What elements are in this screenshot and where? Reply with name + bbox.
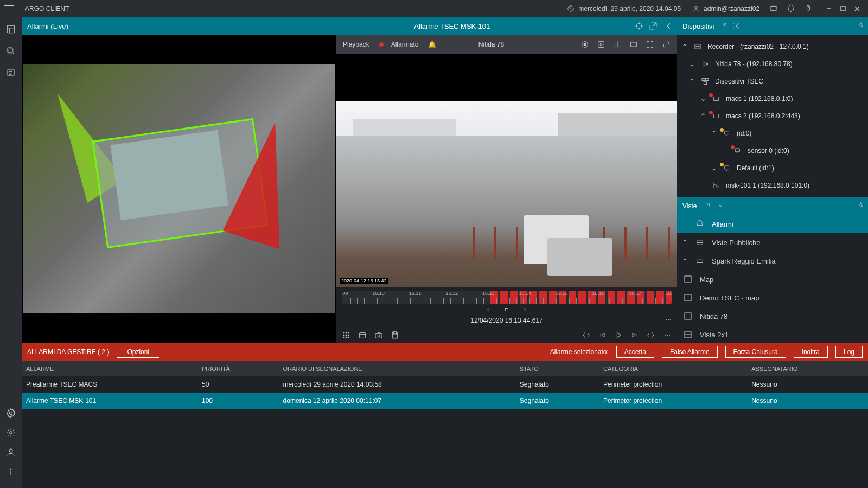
rail-settings-filled-icon[interactable] bbox=[5, 408, 16, 419]
tree-msk101[interactable]: ·msk-101 1 (192.168.0.101:0) bbox=[677, 177, 868, 194]
views-pin-icon[interactable] bbox=[857, 202, 865, 211]
rail-user-icon[interactable] bbox=[5, 447, 16, 458]
svg-point-27 bbox=[346, 337, 347, 338]
rail-info-icon[interactable] bbox=[5, 466, 16, 477]
alarm-detail-title: Allarme TSEC MSK-101 bbox=[414, 22, 490, 30]
skip-back-icon[interactable] bbox=[598, 331, 607, 339]
tree-macs1[interactable]: ⌄macs 1 (192.168.0.1:0) bbox=[677, 90, 868, 107]
view-demo[interactable]: Demo TSEC - map bbox=[677, 288, 868, 307]
svg-rect-35 bbox=[703, 63, 707, 65]
tree-recorder[interactable]: ⌃Recorder - (rzanazzi02 - 127.0.0.1) bbox=[677, 38, 868, 55]
levels-icon[interactable] bbox=[613, 40, 622, 49]
clock-icon bbox=[566, 4, 575, 13]
step-fwd-icon[interactable] bbox=[521, 306, 529, 313]
view-nitida[interactable]: Nitida 78 bbox=[677, 307, 868, 325]
log-button[interactable]: Log bbox=[835, 346, 863, 358]
cell-assignee: Nessuno bbox=[747, 376, 868, 393]
cell-assignee: Nessuno bbox=[747, 393, 868, 409]
views-close-icon[interactable] bbox=[716, 202, 725, 210]
bell-left-icon[interactable] bbox=[582, 331, 590, 339]
svg-rect-2 bbox=[770, 6, 777, 10]
maximize-button[interactable] bbox=[837, 2, 850, 15]
tile1-icon bbox=[681, 311, 694, 321]
more2-icon[interactable]: ⋯ bbox=[663, 331, 672, 339]
record-icon[interactable] bbox=[580, 40, 589, 49]
options-button[interactable]: Opzioni bbox=[117, 346, 159, 358]
force-close-button[interactable]: Forza Chiusura bbox=[725, 346, 786, 358]
cell-category: Perimeter protection bbox=[599, 376, 747, 393]
views-title: Viste bbox=[682, 202, 697, 210]
table-row[interactable]: Allarme TSEC MSK-101100domenica 12 april… bbox=[22, 393, 868, 409]
mouse-icon[interactable] bbox=[804, 4, 813, 13]
false-alarm-button[interactable]: Falso Allarme bbox=[662, 346, 718, 358]
bell-right-icon[interactable] bbox=[647, 331, 655, 339]
view-spark[interactable]: ⌃ Spark Reggio Emilia bbox=[677, 252, 868, 270]
play-icon[interactable] bbox=[614, 331, 623, 339]
tick-label: 16.16 bbox=[592, 291, 605, 296]
tick-label: 16.17 bbox=[629, 291, 641, 296]
datetime-display: mercoledì, 29 aprile, 2020 14.04.05 bbox=[566, 4, 681, 13]
tick-label: 16.15 bbox=[556, 291, 568, 296]
site-map bbox=[23, 64, 335, 313]
view-2x1[interactable]: Vista 2x1 bbox=[677, 325, 868, 343]
aspect-icon[interactable] bbox=[629, 40, 638, 49]
close-button[interactable] bbox=[851, 2, 864, 15]
col-alarm[interactable]: ALLARME bbox=[22, 361, 197, 376]
popout-icon[interactable] bbox=[649, 22, 658, 30]
tree-macs2[interactable]: ⌃macs 2 (192.168.0.2:443) bbox=[677, 107, 868, 125]
close-icon[interactable] bbox=[663, 22, 672, 30]
devices-close-icon[interactable] bbox=[732, 22, 741, 30]
cell-time: mercoledì 29 aprile 2020 14:03:58 bbox=[279, 376, 515, 393]
svg-point-11 bbox=[9, 449, 12, 452]
col-state[interactable]: STATO bbox=[515, 361, 599, 376]
cell-priority: 50 bbox=[197, 376, 279, 393]
video-frame[interactable]: 2020-04-12 16:13:42 bbox=[336, 54, 677, 287]
rail-layout-icon[interactable] bbox=[5, 24, 16, 35]
chat-icon[interactable] bbox=[769, 4, 778, 13]
svg-point-31 bbox=[378, 335, 380, 337]
view-map[interactable]: Map bbox=[677, 270, 868, 288]
calendar-icon[interactable] bbox=[358, 331, 367, 339]
tree-id0[interactable]: ⌃(id:0) bbox=[677, 125, 868, 142]
views-popout-icon[interactable] bbox=[702, 202, 711, 210]
svg-rect-32 bbox=[393, 332, 396, 334]
menu-icon[interactable] bbox=[4, 4, 14, 14]
view-allarmi[interactable]: Allarmi bbox=[677, 215, 868, 233]
minimize-button[interactable] bbox=[822, 2, 835, 15]
pin-icon[interactable] bbox=[857, 22, 865, 31]
svg-rect-18 bbox=[631, 42, 637, 47]
tree-default1[interactable]: ⌄Default (id:1) bbox=[677, 159, 868, 177]
locate-icon[interactable] bbox=[635, 22, 643, 30]
skip-fwd-icon[interactable] bbox=[630, 331, 639, 339]
snapshot-icon[interactable] bbox=[597, 40, 605, 49]
stop-icon[interactable] bbox=[503, 306, 510, 313]
tree-nitida[interactable]: ⌄Nitida 78 - (192.168.80.78) bbox=[677, 55, 868, 73]
rail-copy-icon[interactable] bbox=[5, 46, 16, 56]
timeline[interactable]: 16.0916.1016.1116.1216.1316.1416.1516.16… bbox=[342, 291, 672, 304]
playback-label: Playback bbox=[343, 41, 369, 48]
tree-tsec-group[interactable]: ⌃Dispositivi TSEC bbox=[677, 73, 868, 90]
devices-popout-icon[interactable] bbox=[719, 22, 727, 30]
view-public[interactable]: ⌃ Viste Pubbliche bbox=[677, 233, 868, 252]
step-back-icon[interactable] bbox=[484, 306, 492, 313]
fullscreen-icon[interactable] bbox=[646, 40, 654, 49]
forward-button[interactable]: Inoltra bbox=[794, 346, 828, 358]
dock-icon[interactable] bbox=[662, 40, 671, 49]
camera-icon[interactable] bbox=[374, 331, 383, 339]
save-icon[interactable] bbox=[391, 331, 399, 339]
grid-icon[interactable] bbox=[342, 331, 350, 339]
accept-button[interactable]: Accetta bbox=[616, 346, 654, 358]
tree-sensor0[interactable]: ·sensor 0 (id:0) bbox=[677, 142, 868, 159]
map-area[interactable] bbox=[22, 35, 336, 343]
col-priority[interactable]: PRIORITÀ bbox=[197, 361, 279, 376]
col-time[interactable]: ORARIO DI SEGNALAZIONE bbox=[279, 361, 515, 376]
col-category[interactable]: CATEGORIA bbox=[599, 361, 747, 376]
device-tree: ⌃Recorder - (rzanazzi02 - 127.0.0.1) ⌄Ni… bbox=[677, 35, 868, 197]
user-display[interactable]: admin@rzanazzi02 bbox=[692, 4, 760, 13]
more-icon[interactable]: ⋯ bbox=[665, 316, 672, 323]
rail-settings-icon[interactable] bbox=[5, 427, 16, 438]
rail-log-icon[interactable] bbox=[5, 67, 16, 78]
table-row[interactable]: Preallarme TSEC MACS50mercoledì 29 april… bbox=[22, 376, 868, 393]
col-assignee[interactable]: ASSEGNATARIO bbox=[747, 361, 868, 376]
bell-icon[interactable] bbox=[787, 4, 795, 13]
